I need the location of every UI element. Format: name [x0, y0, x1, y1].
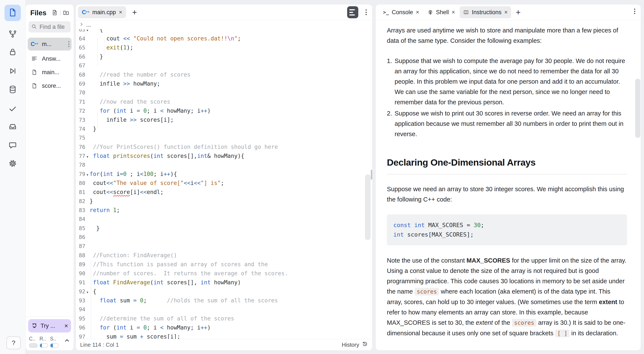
line-number[interactable]: 90 [76, 269, 85, 278]
database-rail-button[interactable] [8, 85, 18, 95]
chat-rail-button[interactable] [8, 141, 18, 150]
panel-scrollbar-thumb[interactable] [635, 79, 640, 138]
code-line[interactable]: 95 //determine the sum of all of the sco… [76, 314, 369, 323]
resource-meter[interactable]: S.. [50, 336, 60, 348]
editor-menu-kebab-icon[interactable] [366, 9, 367, 16]
editor-scrollbar-thumb[interactable] [365, 174, 370, 240]
code-line[interactable]: 84 [76, 215, 369, 224]
line-number[interactable]: 75 [76, 133, 85, 142]
line-number[interactable]: 84 [76, 215, 85, 224]
code-line[interactable]: 82} [76, 197, 369, 206]
code-line[interactable]: 97 sum = sum + scores[i]; [76, 332, 369, 339]
new-file-button[interactable] [51, 9, 58, 17]
code-line[interactable]: 71 //now read the scores [76, 97, 369, 106]
file-search-input[interactable]: Find a file [28, 21, 71, 33]
resource-meter[interactable]: C.. [29, 336, 39, 348]
code-line[interactable]: 73 infile >> scores[i]; [76, 115, 369, 124]
line-number[interactable]: 69 [76, 79, 85, 88]
sticky-breadcrumb[interactable]: ... [76, 20, 368, 29]
fold-arrow-icon[interactable]: ▾ [85, 288, 90, 297]
code-line[interactable]: 91 float FindAverage(int scores[], int h… [76, 278, 369, 287]
panel-tab-instructions[interactable]: Instructions× [460, 6, 511, 18]
code-line[interactable]: 69 infile >> howMany; [76, 79, 369, 88]
code-line[interactable]: 96 for (int i = 0; i < howMany; i++) [76, 323, 369, 332]
code-line[interactable]: 76 //Your PrintScores() function definit… [76, 142, 369, 151]
code-line[interactable]: 75 [76, 133, 369, 142]
line-number[interactable]: 85 [76, 224, 85, 233]
secrets-rail-button[interactable] [8, 48, 18, 57]
code-line[interactable]: 68 //read the number of scores [76, 70, 369, 79]
panel-menu-kebab-icon[interactable] [634, 8, 635, 15]
tab-main-cpp[interactable]: C++ main.cpp × [78, 6, 126, 18]
line-number[interactable]: 72 [76, 106, 85, 115]
line-number[interactable]: 71 [76, 97, 85, 106]
fold-arrow-icon[interactable]: ▾ [85, 152, 90, 161]
run-rail-button[interactable] [8, 67, 18, 76]
line-number[interactable]: 74 [76, 124, 85, 133]
close-tab-icon[interactable]: × [452, 9, 455, 16]
file-list-item[interactable]: Answ... [28, 53, 72, 64]
fold-arrow-icon[interactable]: ▾ [85, 170, 90, 179]
code-line[interactable]: 92▾ { [76, 287, 369, 296]
output-log-icon[interactable] [347, 6, 358, 18]
code-line[interactable]: 78 [76, 160, 369, 169]
code-line[interactable]: 70 [76, 88, 369, 97]
line-number[interactable]: 63 [76, 29, 85, 34]
line-number[interactable]: 91 [76, 278, 85, 287]
line-number[interactable]: 83 [76, 206, 85, 215]
checks-rail-button[interactable] [8, 104, 18, 114]
try-banner[interactable]: Try ... × [28, 319, 71, 332]
line-number[interactable]: 89 [76, 260, 85, 269]
code-line[interactable]: 64 cout << "Could not open scores.dat!!\… [76, 34, 369, 43]
line-number[interactable]: 94 [76, 305, 85, 314]
new-tab-button[interactable]: + [132, 8, 137, 17]
line-number[interactable]: 77 [76, 152, 85, 161]
files-rail-button[interactable] [4, 5, 21, 21]
code-line[interactable]: 81 cout<<score[i]<<endl; [76, 188, 369, 197]
code-line[interactable]: 93 float sum = 0; //holds the sum of all… [76, 296, 369, 305]
code-line[interactable]: 63▾ { [76, 29, 369, 34]
line-number[interactable]: 73 [76, 115, 85, 124]
line-number[interactable]: 67 [76, 61, 85, 70]
line-number[interactable]: 86 [76, 233, 85, 242]
line-number[interactable]: 76 [76, 143, 85, 152]
line-number[interactable]: 88 [76, 251, 85, 260]
code-line[interactable]: 85 } [76, 224, 369, 233]
cursor-position[interactable]: Line 114 : Col 1 [80, 341, 119, 348]
code-line[interactable]: 77▾ float printscores(int scores[],int& … [76, 151, 369, 160]
code-line[interactable]: 79▾for(int i=0 ; i<100; i++){ [76, 169, 369, 179]
line-number[interactable]: 93 [76, 296, 85, 305]
fold-arrow-icon[interactable]: ▾ [85, 29, 90, 35]
inbox-rail-button[interactable] [8, 122, 18, 132]
code-line[interactable]: 89 //This function is passed an array of… [76, 260, 369, 269]
line-number[interactable]: 70 [76, 88, 85, 97]
code-editor[interactable]: 63▾ {64 cout << "Could not open scores.d… [76, 29, 369, 339]
line-number[interactable]: 95 [76, 314, 85, 323]
settings-rail-button[interactable] [8, 159, 18, 168]
line-number[interactable]: 92 [76, 287, 85, 296]
code-line[interactable]: 83return 1; [76, 206, 369, 215]
new-pane-tab-button[interactable]: + [516, 8, 520, 17]
code-line[interactable]: 74 } [76, 124, 369, 133]
line-number[interactable]: 79 [76, 170, 85, 179]
line-number[interactable]: 65 [76, 43, 85, 52]
resource-meter[interactable]: R.. [40, 336, 50, 348]
close-tab-icon[interactable]: × [119, 9, 122, 16]
file-menu-kebab-icon[interactable] [68, 41, 70, 48]
line-number[interactable]: 78 [76, 160, 85, 169]
version-control-rail-button[interactable] [8, 30, 18, 39]
code-line[interactable]: 80 cout<<"The value of score["<<i<<"] is… [76, 179, 369, 188]
file-list-item[interactable]: C++m... [28, 38, 72, 51]
history-button[interactable]: History [342, 341, 368, 349]
line-number[interactable]: 87 [76, 242, 85, 251]
line-number[interactable]: 68 [76, 70, 85, 79]
line-number[interactable]: 81 [76, 188, 85, 197]
file-list-item[interactable]: score... [28, 80, 72, 91]
pane-resize-handle[interactable] [371, 170, 372, 180]
line-number[interactable]: 96 [76, 323, 85, 332]
code-line[interactable]: 94 [76, 305, 369, 314]
help-button[interactable]: ? [6, 336, 20, 349]
line-number[interactable]: 64 [76, 34, 85, 43]
code-line[interactable]: 66 } [76, 52, 369, 61]
code-line[interactable]: 72 for (int i = 0; i < howMany; i++) [76, 106, 369, 115]
